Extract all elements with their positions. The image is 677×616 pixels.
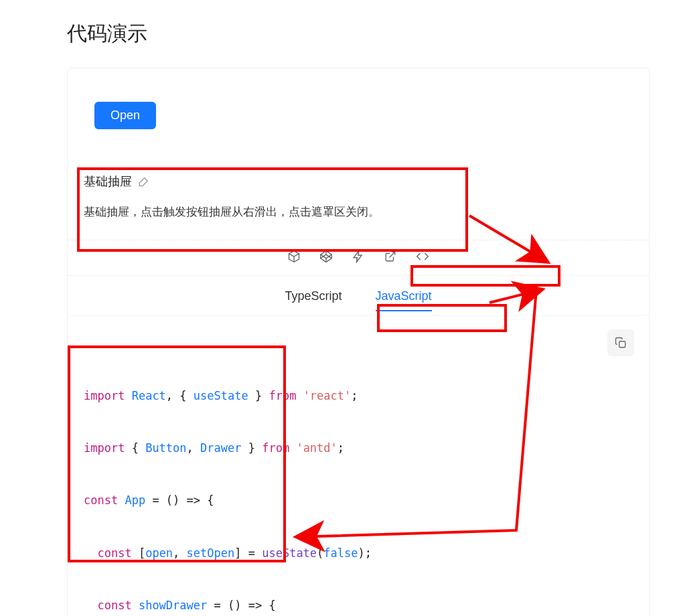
codepen-icon[interactable] (319, 250, 333, 263)
open-button[interactable]: Open (94, 102, 156, 129)
svg-line-3 (390, 252, 395, 257)
codesandbox-icon[interactable] (287, 250, 301, 263)
code-line: const [open, setOpen] = useState(false); (84, 540, 633, 566)
edit-icon[interactable] (139, 176, 149, 187)
thunder-icon[interactable] (352, 250, 365, 263)
description-text: 基础抽屉，点击触发按钮抽屉从右滑出，点击遮罩区关闭。 (84, 203, 633, 222)
tab-javascript[interactable]: JavaScript (376, 289, 432, 311)
demo-preview: Open (68, 68, 649, 156)
code-line: const App = () => { (84, 487, 633, 514)
code-line: import React, { useState } from 'react'; (84, 383, 633, 409)
copy-button[interactable] (607, 329, 634, 356)
code-icon[interactable] (416, 250, 429, 263)
demo-card: Open 基础抽屉 基础抽屉，点击触发按钮抽屉从右滑出，点击遮罩区关闭。 (67, 68, 650, 616)
tab-typescript[interactable]: TypeScript (285, 289, 342, 311)
external-icon[interactable] (384, 250, 397, 263)
description-block: 基础抽屉 基础抽屉，点击触发按钮抽屉从右滑出，点击遮罩区关闭。 (68, 156, 649, 240)
description-title: 基础抽屉 (84, 173, 132, 189)
code-line: const showDrawer = () => { (84, 593, 633, 616)
code-line: import { Button, Drawer } from 'antd'; (84, 435, 633, 461)
svg-rect-4 (619, 341, 625, 348)
action-toolbar (68, 240, 649, 275)
page-title: 代码演示 (67, 20, 677, 48)
code-tabs: TypeScript JavaScript (68, 275, 649, 315)
description-title-row: 基础抽屉 (84, 173, 633, 189)
code-block: import React, { useState } from 'react';… (68, 315, 649, 616)
